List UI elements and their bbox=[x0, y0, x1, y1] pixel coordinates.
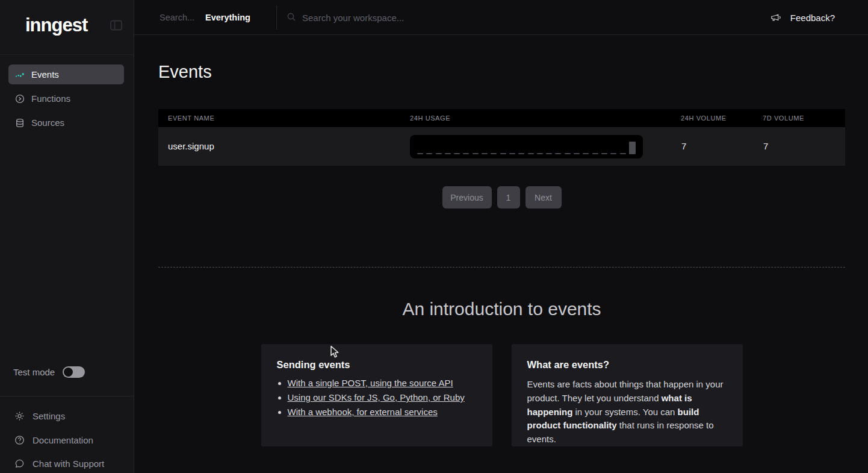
feedback-button[interactable]: Feedback? bbox=[770, 0, 835, 35]
test-mode-label: Test mode bbox=[13, 367, 55, 377]
event-name-cell: user.signup bbox=[168, 127, 214, 166]
sidebar-item-label: Chat with Support bbox=[33, 459, 104, 469]
sparkline-zero-dash bbox=[565, 153, 571, 154]
sparkline-zero-dash bbox=[620, 153, 626, 154]
intro-cards: Sending events With a single POST, using… bbox=[158, 344, 845, 446]
chat-bubble-icon bbox=[14, 459, 25, 469]
card-title: Sending events bbox=[277, 359, 477, 371]
topbar-divider bbox=[276, 5, 277, 30]
column-header-24h-volume: 24H VOLUME bbox=[681, 109, 727, 127]
sidebar: inngest Events bbox=[0, 0, 134, 473]
sidebar-item-settings[interactable]: Settings bbox=[14, 404, 65, 428]
sparkline-zero-dash bbox=[482, 153, 488, 154]
sidebar-item-label: Documentation bbox=[33, 435, 93, 445]
test-mode-row: Test mode bbox=[13, 366, 85, 378]
main-content: Events EVENT NAME 24H USAGE 24H VOLUME 7… bbox=[134, 36, 868, 473]
sidebar-collapse-button[interactable] bbox=[109, 19, 123, 34]
sidebar-item-label: Settings bbox=[33, 411, 65, 421]
topbar: Search... Everything Feedback? bbox=[134, 0, 868, 35]
toggle-knob bbox=[64, 368, 73, 377]
previous-page-button[interactable]: Previous bbox=[442, 186, 492, 208]
question-circle-icon bbox=[14, 435, 25, 445]
sparkline-zero-dash bbox=[491, 153, 497, 154]
app-window: inngest Events bbox=[0, 0, 868, 473]
sparkline-zero-dash bbox=[528, 153, 534, 154]
column-header-event-name: EVENT NAME bbox=[168, 109, 214, 127]
sparkline-bar bbox=[629, 142, 636, 154]
sparkline-zero-dash bbox=[555, 153, 561, 154]
sidebar-item-documentation[interactable]: Documentation bbox=[14, 428, 93, 452]
sparkline-zero-dash bbox=[445, 153, 451, 154]
sparkline-zero-dash bbox=[436, 153, 442, 154]
list-item: Using our SDKs for JS, Go, Python, or Ru… bbox=[288, 392, 477, 403]
sparkline-zero-dash bbox=[537, 153, 543, 154]
sparkline-zero-dash bbox=[610, 153, 616, 154]
sparkline-zero-dash bbox=[463, 153, 469, 154]
usage-sparkline bbox=[410, 135, 643, 158]
next-page-button[interactable]: Next bbox=[525, 186, 562, 208]
search-scope-selector[interactable]: Everything bbox=[205, 0, 250, 35]
sidebar-item-events[interactable]: Events bbox=[8, 64, 124, 84]
sparkline-zero-dash bbox=[601, 153, 607, 154]
sparkline-zero-dash bbox=[473, 153, 479, 154]
sparkline-zero-dash bbox=[583, 153, 589, 154]
sidebar-item-functions[interactable]: Functions bbox=[8, 89, 124, 108]
feedback-label: Feedback? bbox=[790, 13, 835, 23]
table-header: EVENT NAME 24H USAGE 24H VOLUME 7D VOLUM… bbox=[158, 109, 845, 127]
card-title: What are events? bbox=[527, 359, 727, 371]
table-row[interactable]: user.signup 7 7 bbox=[158, 127, 845, 166]
workspace-search-input[interactable] bbox=[301, 8, 566, 27]
sparkline-zero-dash bbox=[426, 153, 432, 154]
pagination: Previous 1 Next bbox=[158, 186, 845, 208]
test-mode-toggle[interactable] bbox=[63, 366, 85, 378]
page-title: Events bbox=[158, 62, 212, 82]
function-circle-icon bbox=[15, 94, 25, 104]
megaphone-icon bbox=[770, 12, 781, 23]
events-dots-icon bbox=[15, 70, 25, 80]
sparkline-zero-dash bbox=[454, 153, 460, 154]
column-header-24h-usage: 24H USAGE bbox=[410, 109, 450, 127]
card-paragraph: Events are facts about things that happe… bbox=[527, 378, 727, 446]
sparkline-zero-dash bbox=[500, 153, 506, 154]
what-are-events-card: What are events? Events are facts about … bbox=[512, 344, 743, 446]
sending-events-card: Sending events With a single POST, using… bbox=[261, 344, 492, 446]
inngest-logo: inngest bbox=[25, 14, 87, 36]
sidebar-header: inngest bbox=[0, 0, 134, 55]
sparkline-zero-dash bbox=[509, 153, 515, 154]
volume-7d-cell: 7 bbox=[763, 127, 768, 166]
link-webhook[interactable]: With a webhook, for external services bbox=[288, 407, 438, 417]
list-item: With a webhook, for external services bbox=[288, 407, 477, 417]
gear-icon bbox=[14, 411, 25, 421]
sending-events-links: With a single POST, using the source API… bbox=[277, 378, 477, 417]
sidebar-item-label: Events bbox=[31, 69, 59, 80]
intro-heading: An introduction to events bbox=[158, 299, 845, 319]
volume-24h-cell: 7 bbox=[681, 127, 686, 166]
link-sdks[interactable]: Using our SDKs for JS, Go, Python, or Ru… bbox=[288, 392, 465, 403]
sparkline-zero-dash bbox=[574, 153, 580, 154]
sidebar-item-label: Functions bbox=[31, 93, 70, 104]
panel-toggle-icon bbox=[110, 19, 123, 34]
sidebar-item-chat-support[interactable]: Chat with Support bbox=[14, 451, 104, 473]
search-icon bbox=[287, 12, 296, 22]
events-table: EVENT NAME 24H USAGE 24H VOLUME 7D VOLUM… bbox=[158, 109, 845, 166]
section-divider bbox=[158, 267, 845, 268]
column-header-7d-volume: 7D VOLUME bbox=[763, 109, 804, 127]
database-icon bbox=[15, 118, 25, 128]
sidebar-footer-divider bbox=[0, 396, 134, 396]
sparkline-zero-dash bbox=[518, 153, 524, 154]
link-source-api[interactable]: With a single POST, using the source API bbox=[288, 378, 453, 388]
list-item: With a single POST, using the source API bbox=[288, 378, 477, 388]
sparkline-zero-dash bbox=[592, 153, 598, 154]
sparkline-zero-dash bbox=[546, 153, 552, 154]
sidebar-nav: Events Functions Sources bbox=[8, 64, 124, 137]
page-number-button[interactable]: 1 bbox=[497, 186, 520, 208]
sidebar-item-label: Sources bbox=[31, 117, 64, 128]
global-search-hint[interactable]: Search... bbox=[160, 0, 194, 35]
sparkline-zero-dash bbox=[417, 153, 423, 154]
sidebar-item-sources[interactable]: Sources bbox=[8, 113, 124, 133]
